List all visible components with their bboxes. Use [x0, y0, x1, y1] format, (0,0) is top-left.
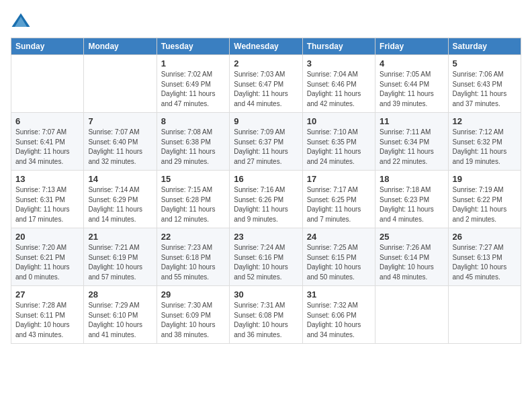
calendar-cell: [84, 55, 157, 113]
day-number: 25: [380, 232, 443, 242]
day-number: 19: [453, 174, 517, 184]
calendar-week-3: 13Sunrise: 7:13 AM Sunset: 6:31 PM Dayli…: [11, 171, 521, 228]
weekday-header-sunday: Sunday: [11, 38, 84, 55]
calendar-week-4: 20Sunrise: 7:20 AM Sunset: 6:21 PM Dayli…: [11, 228, 521, 286]
logo: [11, 11, 34, 31]
calendar-cell: [11, 55, 84, 113]
weekday-header-monday: Monday: [84, 38, 157, 55]
weekday-header-thursday: Thursday: [302, 38, 375, 55]
calendar-week-1: 1Sunrise: 7:02 AM Sunset: 6:49 PM Daylig…: [11, 55, 521, 113]
weekday-header-friday: Friday: [375, 38, 448, 55]
day-number: 1: [161, 58, 225, 68]
day-number: 2: [234, 58, 298, 68]
day-info: Sunrise: 7:31 AM Sunset: 6:08 PM Dayligh…: [234, 301, 298, 340]
day-number: 5: [453, 58, 517, 68]
day-info: Sunrise: 7:27 AM Sunset: 6:13 PM Dayligh…: [453, 243, 517, 282]
day-info: Sunrise: 7:16 AM Sunset: 6:26 PM Dayligh…: [234, 185, 298, 224]
calendar-cell: 24Sunrise: 7:25 AM Sunset: 6:15 PM Dayli…: [302, 228, 375, 286]
calendar-cell: 14Sunrise: 7:14 AM Sunset: 6:29 PM Dayli…: [84, 171, 157, 228]
weekday-header-saturday: Saturday: [448, 38, 521, 55]
calendar-cell: [448, 286, 521, 344]
day-info: Sunrise: 7:05 AM Sunset: 6:44 PM Dayligh…: [380, 70, 443, 109]
page-header: [11, 11, 521, 31]
calendar-cell: 23Sunrise: 7:24 AM Sunset: 6:16 PM Dayli…: [230, 228, 302, 286]
day-info: Sunrise: 7:23 AM Sunset: 6:18 PM Dayligh…: [161, 243, 225, 282]
weekday-header-wednesday: Wednesday: [230, 38, 302, 55]
day-info: Sunrise: 7:18 AM Sunset: 6:23 PM Dayligh…: [380, 185, 443, 224]
day-info: Sunrise: 7:21 AM Sunset: 6:19 PM Dayligh…: [88, 243, 152, 282]
day-info: Sunrise: 7:07 AM Sunset: 6:41 PM Dayligh…: [15, 128, 79, 167]
day-number: 18: [380, 174, 443, 184]
day-info: Sunrise: 7:28 AM Sunset: 6:11 PM Dayligh…: [15, 301, 79, 340]
calendar-cell: 3Sunrise: 7:04 AM Sunset: 6:46 PM Daylig…: [302, 55, 375, 113]
calendar-cell: 6Sunrise: 7:07 AM Sunset: 6:41 PM Daylig…: [11, 113, 84, 171]
day-number: 12: [453, 116, 517, 126]
day-info: Sunrise: 7:26 AM Sunset: 6:14 PM Dayligh…: [380, 243, 443, 282]
calendar-cell: 20Sunrise: 7:20 AM Sunset: 6:21 PM Dayli…: [11, 228, 84, 286]
day-info: Sunrise: 7:13 AM Sunset: 6:31 PM Dayligh…: [15, 185, 79, 224]
day-info: Sunrise: 7:24 AM Sunset: 6:16 PM Dayligh…: [234, 243, 298, 282]
day-number: 24: [307, 232, 371, 242]
calendar-cell: 13Sunrise: 7:13 AM Sunset: 6:31 PM Dayli…: [11, 171, 84, 228]
day-info: Sunrise: 7:02 AM Sunset: 6:49 PM Dayligh…: [161, 70, 225, 109]
calendar-cell: 26Sunrise: 7:27 AM Sunset: 6:13 PM Dayli…: [448, 228, 521, 286]
day-number: 8: [161, 116, 225, 126]
day-number: 16: [234, 174, 298, 184]
day-number: 11: [380, 116, 443, 126]
calendar-cell: 27Sunrise: 7:28 AM Sunset: 6:11 PM Dayli…: [11, 286, 84, 344]
day-info: Sunrise: 7:06 AM Sunset: 6:43 PM Dayligh…: [453, 70, 517, 109]
calendar-cell: 22Sunrise: 7:23 AM Sunset: 6:18 PM Dayli…: [157, 228, 229, 286]
day-number: 20: [15, 232, 79, 242]
day-number: 23: [234, 232, 298, 242]
day-number: 28: [88, 289, 152, 300]
calendar-cell: 1Sunrise: 7:02 AM Sunset: 6:49 PM Daylig…: [157, 55, 229, 113]
calendar-header-row: SundayMondayTuesdayWednesdayThursdayFrid…: [11, 38, 521, 55]
calendar-cell: 16Sunrise: 7:16 AM Sunset: 6:26 PM Dayli…: [230, 171, 302, 228]
calendar-cell: 15Sunrise: 7:15 AM Sunset: 6:28 PM Dayli…: [157, 171, 229, 228]
day-number: 17: [307, 174, 371, 184]
day-number: 4: [380, 58, 443, 68]
calendar-cell: 4Sunrise: 7:05 AM Sunset: 6:44 PM Daylig…: [375, 55, 448, 113]
day-info: Sunrise: 7:08 AM Sunset: 6:38 PM Dayligh…: [161, 128, 225, 167]
day-number: 29: [161, 289, 225, 300]
day-info: Sunrise: 7:29 AM Sunset: 6:10 PM Dayligh…: [88, 301, 152, 340]
day-number: 3: [307, 58, 371, 68]
calendar-cell: 18Sunrise: 7:18 AM Sunset: 6:23 PM Dayli…: [375, 171, 448, 228]
calendar-cell: 30Sunrise: 7:31 AM Sunset: 6:08 PM Dayli…: [230, 286, 302, 344]
calendar-cell: 7Sunrise: 7:07 AM Sunset: 6:40 PM Daylig…: [84, 113, 157, 171]
calendar-cell: 17Sunrise: 7:17 AM Sunset: 6:25 PM Dayli…: [302, 171, 375, 228]
calendar-cell: 8Sunrise: 7:08 AM Sunset: 6:38 PM Daylig…: [157, 113, 229, 171]
calendar-cell: 5Sunrise: 7:06 AM Sunset: 6:43 PM Daylig…: [448, 55, 521, 113]
day-number: 14: [88, 174, 152, 184]
day-number: 6: [15, 116, 79, 126]
day-number: 30: [234, 289, 298, 300]
calendar-table: SundayMondayTuesdayWednesdayThursdayFrid…: [11, 38, 521, 344]
calendar-cell: 11Sunrise: 7:11 AM Sunset: 6:34 PM Dayli…: [375, 113, 448, 171]
day-info: Sunrise: 7:09 AM Sunset: 6:37 PM Dayligh…: [234, 128, 298, 167]
calendar-cell: 28Sunrise: 7:29 AM Sunset: 6:10 PM Dayli…: [84, 286, 157, 344]
day-info: Sunrise: 7:07 AM Sunset: 6:40 PM Dayligh…: [88, 128, 152, 167]
day-number: 9: [234, 116, 298, 126]
calendar-cell: 2Sunrise: 7:03 AM Sunset: 6:47 PM Daylig…: [230, 55, 302, 113]
day-info: Sunrise: 7:20 AM Sunset: 6:21 PM Dayligh…: [15, 243, 79, 282]
day-info: Sunrise: 7:04 AM Sunset: 6:46 PM Dayligh…: [307, 70, 371, 109]
calendar-cell: 19Sunrise: 7:19 AM Sunset: 6:22 PM Dayli…: [448, 171, 521, 228]
calendar-cell: 10Sunrise: 7:10 AM Sunset: 6:35 PM Dayli…: [302, 113, 375, 171]
calendar-cell: 29Sunrise: 7:30 AM Sunset: 6:09 PM Dayli…: [157, 286, 229, 344]
calendar-cell: 12Sunrise: 7:12 AM Sunset: 6:32 PM Dayli…: [448, 113, 521, 171]
day-number: 10: [307, 116, 371, 126]
day-info: Sunrise: 7:17 AM Sunset: 6:25 PM Dayligh…: [307, 185, 371, 224]
calendar-cell: 21Sunrise: 7:21 AM Sunset: 6:19 PM Dayli…: [84, 228, 157, 286]
logo-icon: [11, 11, 31, 31]
day-info: Sunrise: 7:10 AM Sunset: 6:35 PM Dayligh…: [307, 128, 371, 167]
day-info: Sunrise: 7:15 AM Sunset: 6:28 PM Dayligh…: [161, 185, 225, 224]
day-info: Sunrise: 7:32 AM Sunset: 6:06 PM Dayligh…: [307, 301, 371, 340]
day-number: 31: [307, 289, 371, 300]
day-number: 13: [15, 174, 79, 184]
calendar-cell: 9Sunrise: 7:09 AM Sunset: 6:37 PM Daylig…: [230, 113, 302, 171]
day-number: 21: [88, 232, 152, 242]
day-number: 7: [88, 116, 152, 126]
day-number: 15: [161, 174, 225, 184]
day-info: Sunrise: 7:19 AM Sunset: 6:22 PM Dayligh…: [453, 185, 517, 224]
calendar-cell: 25Sunrise: 7:26 AM Sunset: 6:14 PM Dayli…: [375, 228, 448, 286]
